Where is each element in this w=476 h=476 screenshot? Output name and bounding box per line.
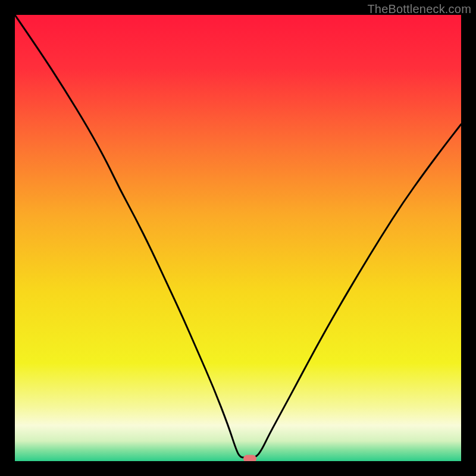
optimal-point-marker: [243, 455, 256, 461]
chart-frame: TheBottleneck.com: [0, 0, 476, 476]
plot-svg: [15, 15, 461, 461]
plot-area: [15, 15, 461, 461]
gradient-background: [15, 15, 461, 461]
watermark-text: TheBottleneck.com: [367, 2, 471, 16]
